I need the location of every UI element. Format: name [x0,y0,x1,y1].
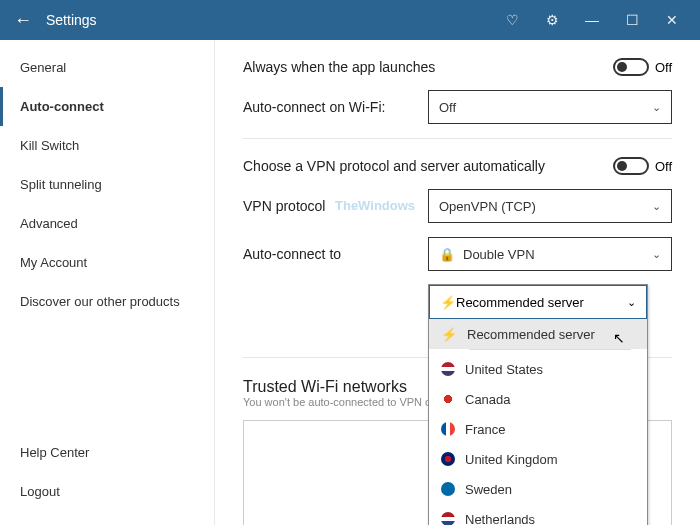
always-launch-state: Off [655,60,672,75]
cursor-icon: ↖ [613,330,625,346]
gear-icon[interactable]: ⚙ [532,12,572,28]
country-label: Netherlands [465,512,535,526]
chevron-down-icon: ⌄ [652,200,661,213]
sidebar-item-discover[interactable]: Discover our other products [0,282,214,321]
window-title: Settings [46,12,97,28]
sidebar-item-my-account[interactable]: My Account [0,243,214,282]
logout-link[interactable]: Logout [0,472,214,511]
dropdown-item-country[interactable]: Sweden [429,474,647,504]
connect-to-value: Double VPN [463,247,535,262]
lock-icon: 🔒 [439,247,455,262]
proto-auto-label: Choose a VPN protocol and server automat… [243,158,613,174]
country-label: United States [465,362,543,377]
bell-icon[interactable]: ♡ [492,12,532,28]
maximize-button[interactable]: ☐ [612,12,652,28]
server-select-value: Recommended server [456,295,584,310]
bolt-icon: ⚡ [441,327,457,342]
proto-select[interactable]: OpenVPN (TCP) ⌄ [428,189,672,223]
sidebar-item-split-tunneling[interactable]: Split tunneling [0,165,214,204]
server-select[interactable]: ⚡ Recommended server ⌄ [429,285,647,319]
always-launch-label: Always when the app launches [243,59,613,75]
sidebar-item-general[interactable]: General [0,48,214,87]
close-button[interactable]: ✕ [652,12,692,28]
sidebar-item-advanced[interactable]: Advanced [0,204,214,243]
dropdown-item-country[interactable]: Canada [429,384,647,414]
wifi-label: Auto-connect on Wi-Fi: [243,99,428,115]
divider [243,138,672,139]
proto-auto-state: Off [655,159,672,174]
sidebar-item-auto-connect[interactable]: Auto-connect [0,87,214,126]
dropdown-item-country[interactable]: United States [429,354,647,384]
dropdown-item-country[interactable]: France [429,414,647,444]
proto-auto-toggle[interactable] [613,157,649,175]
back-button[interactable]: ← [8,10,38,31]
titlebar: ← Settings ♡ ⚙ — ☐ ✕ [0,0,700,40]
dd-recommended-label: Recommended server [467,327,595,342]
server-dropdown-list[interactable]: ⚡ Recommended server United StatesCanada… [429,319,647,525]
wifi-value: Off [439,100,456,115]
flag-icon [441,362,455,376]
sidebar: General Auto-connect Kill Switch Split t… [0,40,215,525]
dropdown-item-country[interactable]: United Kingdom [429,444,647,474]
wifi-select[interactable]: Off ⌄ [428,90,672,124]
chevron-down-icon: ⌄ [652,101,661,114]
connect-to-select[interactable]: 🔒 Double VPN ⌄ [428,237,672,271]
country-label: United Kingdom [465,452,558,467]
country-label: France [465,422,505,437]
country-label: Canada [465,392,511,407]
proto-label: VPN protocol [243,198,358,214]
flag-icon [441,482,455,496]
dropdown-item-country[interactable]: Netherlands [429,504,647,525]
help-center-link[interactable]: Help Center [0,433,214,472]
connect-to-label: Auto-connect to [243,246,428,262]
chevron-down-icon: ⌄ [652,248,661,261]
minimize-button[interactable]: — [572,12,612,28]
dropdown-divider [469,349,631,350]
always-launch-toggle[interactable] [613,58,649,76]
bolt-icon: ⚡ [440,295,456,310]
flag-icon [441,422,455,436]
flag-icon [441,512,455,525]
chevron-down-icon: ⌄ [627,296,636,309]
flag-icon [441,452,455,466]
country-label: Sweden [465,482,512,497]
sidebar-item-kill-switch[interactable]: Kill Switch [0,126,214,165]
content-panel: TheWindows Always when the app launches … [215,40,700,525]
proto-value: OpenVPN (TCP) [439,199,536,214]
server-dropdown: ⚡ Recommended server ⌄ ⚡ Recommended ser… [428,284,648,525]
flag-icon [441,392,455,406]
